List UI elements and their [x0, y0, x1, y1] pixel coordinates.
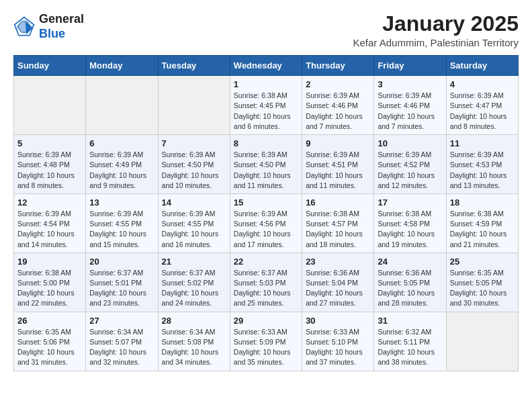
- calendar-cell: 23Sunrise: 6:36 AM Sunset: 5:04 PM Dayli…: [302, 253, 374, 312]
- day-number: 14: [162, 197, 226, 208]
- day-info: Sunrise: 6:39 AM Sunset: 4:47 PM Dayligh…: [450, 91, 515, 132]
- day-number: 8: [234, 138, 298, 148]
- day-number: 11: [450, 138, 515, 148]
- calendar-cell: 27Sunrise: 6:34 AM Sunset: 5:07 PM Dayli…: [86, 312, 158, 371]
- day-number: 25: [450, 257, 515, 267]
- calendar-cell: 14Sunrise: 6:39 AM Sunset: 4:55 PM Dayli…: [158, 193, 230, 253]
- title-block: January 2025 Kefar Adummim, Palestinian …: [353, 12, 519, 48]
- calendar-cell: 28Sunrise: 6:34 AM Sunset: 5:08 PM Dayli…: [158, 312, 230, 371]
- day-number: 19: [17, 257, 82, 267]
- day-number: 15: [234, 197, 298, 208]
- calendar-cell: 10Sunrise: 6:39 AM Sunset: 4:52 PM Dayli…: [374, 135, 446, 194]
- day-number: 13: [89, 197, 154, 208]
- calendar-cell: 4Sunrise: 6:39 AM Sunset: 4:47 PM Daylig…: [446, 76, 518, 135]
- weekday-header-saturday: Saturday: [446, 56, 518, 76]
- day-info: Sunrise: 6:38 AM Sunset: 4:59 PM Dayligh…: [450, 209, 515, 250]
- calendar-cell: 20Sunrise: 6:37 AM Sunset: 5:01 PM Dayli…: [86, 253, 158, 312]
- logo-text: General Blue: [39, 12, 84, 41]
- day-info: Sunrise: 6:35 AM Sunset: 5:05 PM Dayligh…: [450, 268, 515, 309]
- calendar-page: General Blue January 2025 Kefar Adummim,…: [0, 0, 532, 383]
- day-number: 30: [306, 316, 370, 326]
- calendar-cell: 17Sunrise: 6:38 AM Sunset: 4:58 PM Dayli…: [374, 193, 446, 253]
- day-number: 28: [162, 316, 226, 326]
- day-info: Sunrise: 6:34 AM Sunset: 5:07 PM Dayligh…: [89, 327, 154, 368]
- calendar-cell: 5Sunrise: 6:39 AM Sunset: 4:48 PM Daylig…: [14, 135, 86, 194]
- logo: General Blue: [13, 12, 84, 41]
- day-info: Sunrise: 6:37 AM Sunset: 5:02 PM Dayligh…: [162, 268, 226, 309]
- calendar-cell: 9Sunrise: 6:39 AM Sunset: 4:51 PM Daylig…: [302, 135, 374, 194]
- day-info: Sunrise: 6:39 AM Sunset: 4:56 PM Dayligh…: [234, 209, 298, 250]
- day-info: Sunrise: 6:33 AM Sunset: 5:09 PM Dayligh…: [234, 327, 298, 368]
- day-info: Sunrise: 6:32 AM Sunset: 5:11 PM Dayligh…: [378, 327, 442, 368]
- day-number: 10: [378, 138, 442, 148]
- day-info: Sunrise: 6:39 AM Sunset: 4:48 PM Dayligh…: [17, 150, 82, 191]
- day-info: Sunrise: 6:38 AM Sunset: 4:57 PM Dayligh…: [306, 209, 370, 250]
- header: General Blue January 2025 Kefar Adummim,…: [13, 12, 519, 48]
- day-info: Sunrise: 6:39 AM Sunset: 4:52 PM Dayligh…: [378, 150, 442, 191]
- day-number: 12: [17, 197, 82, 208]
- day-number: 17: [378, 197, 442, 208]
- day-number: 6: [89, 138, 154, 148]
- day-info: Sunrise: 6:39 AM Sunset: 4:46 PM Dayligh…: [378, 91, 442, 132]
- logo-icon: [13, 16, 35, 38]
- calendar-cell: 1Sunrise: 6:38 AM Sunset: 4:45 PM Daylig…: [230, 76, 302, 135]
- calendar-cell: 3Sunrise: 6:39 AM Sunset: 4:46 PM Daylig…: [374, 76, 446, 135]
- day-info: Sunrise: 6:36 AM Sunset: 5:05 PM Dayligh…: [378, 268, 442, 309]
- calendar-cell: 31Sunrise: 6:32 AM Sunset: 5:11 PM Dayli…: [374, 312, 446, 371]
- day-info: Sunrise: 6:37 AM Sunset: 5:01 PM Dayligh…: [89, 268, 154, 309]
- day-number: 20: [89, 257, 154, 267]
- calendar-week-row: 5Sunrise: 6:39 AM Sunset: 4:48 PM Daylig…: [14, 135, 519, 194]
- day-info: Sunrise: 6:39 AM Sunset: 4:50 PM Dayligh…: [234, 150, 298, 191]
- calendar-cell: 13Sunrise: 6:39 AM Sunset: 4:55 PM Dayli…: [86, 193, 158, 253]
- calendar-cell: [158, 76, 230, 135]
- day-info: Sunrise: 6:34 AM Sunset: 5:08 PM Dayligh…: [162, 327, 226, 368]
- day-info: Sunrise: 6:38 AM Sunset: 4:58 PM Dayligh…: [378, 209, 442, 250]
- day-number: 9: [306, 138, 370, 148]
- calendar-subtitle: Kefar Adummim, Palestinian Territory: [353, 37, 519, 48]
- day-number: 27: [89, 316, 154, 326]
- day-info: Sunrise: 6:35 AM Sunset: 5:06 PM Dayligh…: [17, 327, 82, 368]
- day-number: 7: [162, 138, 226, 148]
- calendar-cell: 24Sunrise: 6:36 AM Sunset: 5:05 PM Dayli…: [374, 253, 446, 312]
- calendar-cell: 2Sunrise: 6:39 AM Sunset: 4:46 PM Daylig…: [302, 76, 374, 135]
- day-number: 16: [306, 197, 370, 208]
- weekday-header-thursday: Thursday: [302, 56, 374, 76]
- day-info: Sunrise: 6:39 AM Sunset: 4:55 PM Dayligh…: [162, 209, 226, 250]
- weekday-header-row: SundayMondayTuesdayWednesdayThursdayFrid…: [14, 56, 519, 76]
- calendar-cell: 22Sunrise: 6:37 AM Sunset: 5:03 PM Dayli…: [230, 253, 302, 312]
- weekday-header-sunday: Sunday: [14, 56, 86, 76]
- calendar-cell: 30Sunrise: 6:33 AM Sunset: 5:10 PM Dayli…: [302, 312, 374, 371]
- day-number: 23: [306, 257, 370, 267]
- weekday-header-tuesday: Tuesday: [158, 56, 230, 76]
- day-info: Sunrise: 6:39 AM Sunset: 4:53 PM Dayligh…: [450, 150, 515, 191]
- calendar-cell: 16Sunrise: 6:38 AM Sunset: 4:57 PM Dayli…: [302, 193, 374, 253]
- day-number: 4: [450, 79, 515, 89]
- calendar-cell: 26Sunrise: 6:35 AM Sunset: 5:06 PM Dayli…: [14, 312, 86, 371]
- day-number: 29: [234, 316, 298, 326]
- day-info: Sunrise: 6:39 AM Sunset: 4:55 PM Dayligh…: [89, 209, 154, 250]
- calendar-cell: 12Sunrise: 6:39 AM Sunset: 4:54 PM Dayli…: [14, 193, 86, 253]
- calendar-week-row: 1Sunrise: 6:38 AM Sunset: 4:45 PM Daylig…: [14, 76, 519, 135]
- calendar-cell: 7Sunrise: 6:39 AM Sunset: 4:50 PM Daylig…: [158, 135, 230, 194]
- day-info: Sunrise: 6:39 AM Sunset: 4:50 PM Dayligh…: [162, 150, 226, 191]
- day-info: Sunrise: 6:39 AM Sunset: 4:54 PM Dayligh…: [17, 209, 82, 250]
- day-info: Sunrise: 6:33 AM Sunset: 5:10 PM Dayligh…: [306, 327, 370, 368]
- calendar-title: January 2025: [353, 12, 519, 36]
- day-number: 5: [17, 138, 82, 148]
- calendar-cell: 19Sunrise: 6:38 AM Sunset: 5:00 PM Dayli…: [14, 253, 86, 312]
- day-info: Sunrise: 6:38 AM Sunset: 4:45 PM Dayligh…: [234, 91, 298, 132]
- weekday-header-friday: Friday: [374, 56, 446, 76]
- day-number: 31: [378, 316, 442, 326]
- day-info: Sunrise: 6:37 AM Sunset: 5:03 PM Dayligh…: [234, 268, 298, 309]
- day-number: 24: [378, 257, 442, 267]
- day-number: 1: [234, 79, 298, 89]
- day-number: 3: [378, 79, 442, 89]
- day-number: 26: [17, 316, 82, 326]
- calendar-cell: 18Sunrise: 6:38 AM Sunset: 4:59 PM Dayli…: [446, 193, 518, 253]
- day-info: Sunrise: 6:38 AM Sunset: 5:00 PM Dayligh…: [17, 268, 82, 309]
- calendar-cell: 25Sunrise: 6:35 AM Sunset: 5:05 PM Dayli…: [446, 253, 518, 312]
- calendar-cell: [446, 312, 518, 371]
- calendar-cell: [14, 76, 86, 135]
- calendar-cell: 15Sunrise: 6:39 AM Sunset: 4:56 PM Dayli…: [230, 193, 302, 253]
- calendar-cell: 8Sunrise: 6:39 AM Sunset: 4:50 PM Daylig…: [230, 135, 302, 194]
